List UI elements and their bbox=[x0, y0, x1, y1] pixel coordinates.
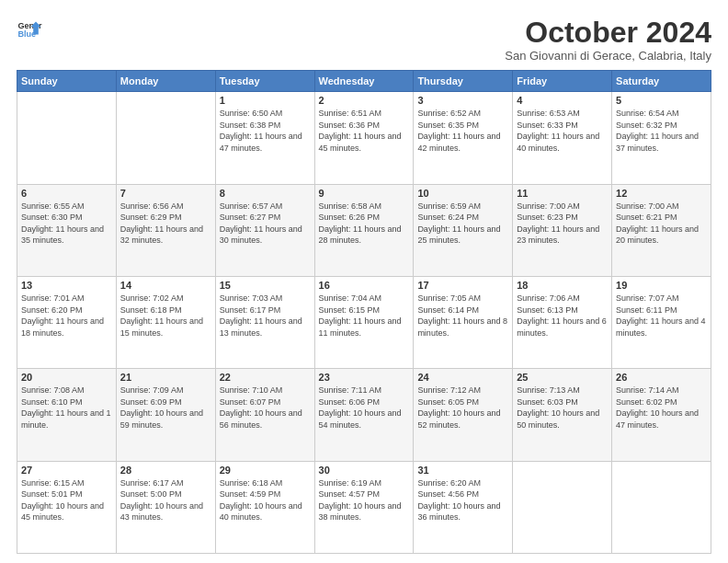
day-number: 10 bbox=[417, 188, 508, 199]
day-info: Sunrise: 6:56 AM Sunset: 6:29 PM Dayligh… bbox=[120, 201, 211, 247]
table-cell: 4Sunrise: 6:53 AM Sunset: 6:33 PM Daylig… bbox=[513, 92, 612, 184]
day-info: Sunrise: 7:09 AM Sunset: 6:09 PM Dayligh… bbox=[120, 385, 211, 431]
day-info: Sunrise: 6:18 AM Sunset: 4:59 PM Dayligh… bbox=[220, 477, 311, 523]
day-info: Sunrise: 6:15 AM Sunset: 5:01 PM Dayligh… bbox=[21, 477, 112, 523]
day-info: Sunrise: 7:08 AM Sunset: 6:10 PM Dayligh… bbox=[21, 385, 112, 431]
day-number: 12 bbox=[616, 188, 707, 199]
calendar-week-1: 1Sunrise: 6:50 AM Sunset: 6:38 PM Daylig… bbox=[17, 92, 711, 184]
calendar-header-row: Sunday Monday Tuesday Wednesday Thursday… bbox=[17, 71, 711, 92]
table-cell: 19Sunrise: 7:07 AM Sunset: 6:11 PM Dayli… bbox=[612, 276, 711, 368]
table-cell bbox=[513, 461, 612, 553]
calendar-table: Sunday Monday Tuesday Wednesday Thursday… bbox=[17, 70, 711, 554]
day-info: Sunrise: 7:13 AM Sunset: 6:03 PM Dayligh… bbox=[517, 385, 608, 431]
table-cell: 6Sunrise: 6:55 AM Sunset: 6:30 PM Daylig… bbox=[17, 184, 117, 276]
table-cell: 30Sunrise: 6:19 AM Sunset: 4:57 PM Dayli… bbox=[314, 461, 414, 553]
day-info: Sunrise: 7:07 AM Sunset: 6:11 PM Dayligh… bbox=[616, 293, 707, 339]
day-number: 30 bbox=[319, 465, 410, 476]
day-number: 28 bbox=[120, 465, 211, 476]
day-info: Sunrise: 6:53 AM Sunset: 6:33 PM Dayligh… bbox=[517, 108, 608, 154]
day-number: 19 bbox=[616, 280, 707, 291]
day-info: Sunrise: 6:58 AM Sunset: 6:26 PM Dayligh… bbox=[319, 201, 410, 247]
table-cell bbox=[17, 92, 117, 184]
table-cell: 14Sunrise: 7:02 AM Sunset: 6:18 PM Dayli… bbox=[116, 276, 215, 368]
table-cell: 10Sunrise: 6:59 AM Sunset: 6:24 PM Dayli… bbox=[414, 184, 513, 276]
table-cell bbox=[116, 92, 215, 184]
col-monday: Monday bbox=[116, 71, 215, 92]
day-number: 9 bbox=[319, 188, 410, 199]
table-cell: 27Sunrise: 6:15 AM Sunset: 5:01 PM Dayli… bbox=[17, 461, 117, 553]
day-info: Sunrise: 7:03 AM Sunset: 6:17 PM Dayligh… bbox=[220, 293, 311, 339]
day-number: 8 bbox=[220, 188, 311, 199]
day-info: Sunrise: 7:10 AM Sunset: 6:07 PM Dayligh… bbox=[220, 385, 311, 431]
day-info: Sunrise: 7:06 AM Sunset: 6:13 PM Dayligh… bbox=[517, 293, 608, 339]
table-cell: 9Sunrise: 6:58 AM Sunset: 6:26 PM Daylig… bbox=[314, 184, 414, 276]
day-info: Sunrise: 7:04 AM Sunset: 6:15 PM Dayligh… bbox=[319, 293, 410, 339]
table-cell: 12Sunrise: 7:00 AM Sunset: 6:21 PM Dayli… bbox=[612, 184, 711, 276]
day-info: Sunrise: 6:50 AM Sunset: 6:38 PM Dayligh… bbox=[220, 108, 311, 154]
table-cell: 29Sunrise: 6:18 AM Sunset: 4:59 PM Dayli… bbox=[215, 461, 314, 553]
day-number: 31 bbox=[417, 465, 508, 476]
table-cell: 21Sunrise: 7:09 AM Sunset: 6:09 PM Dayli… bbox=[116, 369, 215, 461]
table-cell: 2Sunrise: 6:51 AM Sunset: 6:36 PM Daylig… bbox=[314, 92, 414, 184]
day-number: 2 bbox=[319, 95, 410, 106]
title-block: October 2024 San Giovanni di Gerace, Cal… bbox=[505, 17, 711, 63]
table-cell: 28Sunrise: 6:17 AM Sunset: 5:00 PM Dayli… bbox=[116, 461, 215, 553]
day-info: Sunrise: 7:00 AM Sunset: 6:21 PM Dayligh… bbox=[616, 201, 707, 247]
day-number: 18 bbox=[517, 280, 608, 291]
day-number: 14 bbox=[120, 280, 211, 291]
day-info: Sunrise: 7:00 AM Sunset: 6:23 PM Dayligh… bbox=[517, 201, 608, 247]
day-number: 4 bbox=[517, 95, 608, 106]
day-number: 3 bbox=[417, 95, 508, 106]
page: General Blue October 2024 San Giovanni d… bbox=[0, 0, 728, 563]
table-cell: 16Sunrise: 7:04 AM Sunset: 6:15 PM Dayli… bbox=[314, 276, 414, 368]
calendar-week-4: 20Sunrise: 7:08 AM Sunset: 6:10 PM Dayli… bbox=[17, 369, 711, 461]
day-info: Sunrise: 6:57 AM Sunset: 6:27 PM Dayligh… bbox=[220, 201, 311, 247]
table-cell: 1Sunrise: 6:50 AM Sunset: 6:38 PM Daylig… bbox=[215, 92, 314, 184]
day-info: Sunrise: 6:17 AM Sunset: 5:00 PM Dayligh… bbox=[120, 477, 211, 523]
table-cell bbox=[612, 461, 711, 553]
table-cell: 15Sunrise: 7:03 AM Sunset: 6:17 PM Dayli… bbox=[215, 276, 314, 368]
col-sunday: Sunday bbox=[17, 71, 117, 92]
day-number: 13 bbox=[21, 280, 112, 291]
table-cell: 31Sunrise: 6:20 AM Sunset: 4:56 PM Dayli… bbox=[414, 461, 513, 553]
table-cell: 24Sunrise: 7:12 AM Sunset: 6:05 PM Dayli… bbox=[414, 369, 513, 461]
table-cell: 18Sunrise: 7:06 AM Sunset: 6:13 PM Dayli… bbox=[513, 276, 612, 368]
table-cell: 3Sunrise: 6:52 AM Sunset: 6:35 PM Daylig… bbox=[414, 92, 513, 184]
table-cell: 17Sunrise: 7:05 AM Sunset: 6:14 PM Dayli… bbox=[414, 276, 513, 368]
day-info: Sunrise: 7:02 AM Sunset: 6:18 PM Dayligh… bbox=[120, 293, 211, 339]
calendar-week-5: 27Sunrise: 6:15 AM Sunset: 5:01 PM Dayli… bbox=[17, 461, 711, 553]
day-info: Sunrise: 6:59 AM Sunset: 6:24 PM Dayligh… bbox=[417, 201, 508, 247]
day-number: 25 bbox=[517, 372, 608, 383]
day-number: 16 bbox=[319, 280, 410, 291]
day-info: Sunrise: 6:51 AM Sunset: 6:36 PM Dayligh… bbox=[319, 108, 410, 154]
day-info: Sunrise: 6:54 AM Sunset: 6:32 PM Dayligh… bbox=[616, 108, 707, 154]
day-info: Sunrise: 6:52 AM Sunset: 6:35 PM Dayligh… bbox=[417, 108, 508, 154]
location: San Giovanni di Gerace, Calabria, Italy bbox=[505, 49, 711, 63]
calendar-week-2: 6Sunrise: 6:55 AM Sunset: 6:30 PM Daylig… bbox=[17, 184, 711, 276]
day-number: 23 bbox=[319, 372, 410, 383]
col-thursday: Thursday bbox=[414, 71, 513, 92]
table-cell: 8Sunrise: 6:57 AM Sunset: 6:27 PM Daylig… bbox=[215, 184, 314, 276]
logo-icon: General Blue bbox=[17, 17, 42, 42]
day-number: 1 bbox=[220, 95, 311, 106]
col-tuesday: Tuesday bbox=[215, 71, 314, 92]
table-cell: 26Sunrise: 7:14 AM Sunset: 6:02 PM Dayli… bbox=[612, 369, 711, 461]
table-cell: 25Sunrise: 7:13 AM Sunset: 6:03 PM Dayli… bbox=[513, 369, 612, 461]
day-number: 24 bbox=[417, 372, 508, 383]
day-number: 17 bbox=[417, 280, 508, 291]
day-info: Sunrise: 6:19 AM Sunset: 4:57 PM Dayligh… bbox=[319, 477, 410, 523]
day-info: Sunrise: 6:55 AM Sunset: 6:30 PM Dayligh… bbox=[21, 201, 112, 247]
day-number: 6 bbox=[21, 188, 112, 199]
table-cell: 22Sunrise: 7:10 AM Sunset: 6:07 PM Dayli… bbox=[215, 369, 314, 461]
day-number: 7 bbox=[120, 188, 211, 199]
day-number: 27 bbox=[21, 465, 112, 476]
table-cell: 13Sunrise: 7:01 AM Sunset: 6:20 PM Dayli… bbox=[17, 276, 117, 368]
col-wednesday: Wednesday bbox=[314, 71, 414, 92]
day-info: Sunrise: 7:01 AM Sunset: 6:20 PM Dayligh… bbox=[21, 293, 112, 339]
day-number: 22 bbox=[220, 372, 311, 383]
col-saturday: Saturday bbox=[612, 71, 711, 92]
table-cell: 7Sunrise: 6:56 AM Sunset: 6:29 PM Daylig… bbox=[116, 184, 215, 276]
table-cell: 20Sunrise: 7:08 AM Sunset: 6:10 PM Dayli… bbox=[17, 369, 117, 461]
table-cell: 11Sunrise: 7:00 AM Sunset: 6:23 PM Dayli… bbox=[513, 184, 612, 276]
day-info: Sunrise: 7:12 AM Sunset: 6:05 PM Dayligh… bbox=[417, 385, 508, 431]
